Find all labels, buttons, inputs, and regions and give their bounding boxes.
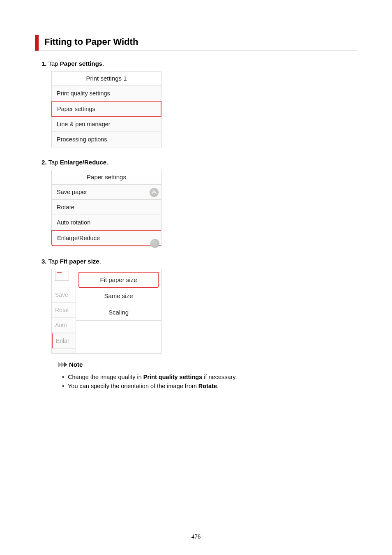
step-3-pre: Tap	[48, 258, 60, 265]
note-2-post: .	[217, 383, 219, 389]
under-rotate: Rotat	[52, 303, 76, 318]
under-save: Save	[52, 287, 76, 303]
step-1-bold: Paper settings	[60, 60, 102, 67]
screenshot3-underlay: Save Rotat Auto Enlar	[52, 269, 76, 353]
step-3: 3. Tap Fit paper size. Save Rotat Auto E…	[42, 258, 357, 391]
note-item-2: You can specify the orientation of the i…	[62, 382, 357, 391]
page-number: 476	[0, 533, 392, 540]
row-processing-options[interactable]: Processing options	[52, 132, 161, 147]
popup-fit-paper-size[interactable]: Fit paper size	[78, 272, 159, 288]
chevron-icon	[64, 362, 67, 368]
under-enlarge: Enlar	[52, 333, 76, 349]
step-3-post: .	[99, 258, 101, 265]
step-3-number: 3.	[42, 258, 47, 265]
row-print-quality-settings[interactable]: Print quality settings	[52, 86, 161, 101]
screenshot-fit-paper-size: Save Rotat Auto Enlar Fit paper size Sam…	[51, 269, 161, 354]
note-2-pre: You can specify the orientation of the i…	[68, 383, 198, 389]
step-2-text: 2. Tap Enlarge/Reduce.	[42, 159, 357, 166]
popup-scaling[interactable]: Scaling	[76, 304, 161, 321]
step-1-number: 1.	[42, 60, 47, 67]
note-2-bold: Rotate	[198, 383, 217, 389]
note-block: Note Change the image quality in Print q…	[58, 361, 357, 391]
step-2-bold: Enlarge/Reduce	[60, 159, 106, 166]
section-title-bar: Fitting to Paper Width	[35, 35, 357, 51]
note-title: Note	[69, 361, 83, 368]
step-3-text: 3. Tap Fit paper size.	[42, 258, 357, 265]
row-auto-rotation[interactable]: Auto rotation	[52, 215, 161, 230]
screenshot1-header: Print settings 1	[52, 72, 161, 86]
scroll-down-icon[interactable]	[150, 239, 159, 248]
screenshot2-header: Paper settings	[52, 170, 161, 185]
thumbnail-icon	[55, 271, 69, 281]
step-1-post: .	[102, 60, 104, 67]
step-3-bold: Fit paper size	[60, 258, 99, 265]
screenshot-print-settings-1: Print settings 1 Print quality settings …	[51, 71, 161, 147]
note-1-pre: Change the image quality in	[68, 374, 143, 380]
scroll-up-icon[interactable]	[150, 188, 159, 197]
row-rotate[interactable]: Rotate	[52, 200, 161, 215]
step-1-text: 1. Tap Paper settings.	[42, 60, 357, 67]
popup-same-size[interactable]: Same size	[76, 288, 161, 304]
row-enlarge-reduce[interactable]: Enlarge/Reduce	[51, 230, 161, 246]
step-2: 2. Tap Enlarge/Reduce. Paper settings Sa…	[42, 159, 357, 246]
step-1-pre: Tap	[48, 60, 60, 67]
row-save-paper-label: Save paper	[57, 189, 87, 195]
row-line-pen-manager[interactable]: Line & pen manager	[52, 117, 161, 132]
screenshot-paper-settings: Paper settings Save paper Rotate Auto ro…	[51, 170, 161, 246]
step-2-number: 2.	[42, 159, 47, 166]
note-header: Note	[58, 361, 357, 369]
step-1: 1. Tap Paper settings. Print settings 1 …	[42, 60, 357, 147]
section-title: Fitting to Paper Width	[44, 37, 357, 47]
note-list: Change the image quality in Print qualit…	[62, 372, 357, 391]
note-item-1: Change the image quality in Print qualit…	[62, 372, 357, 382]
popup-menu: Fit paper size Same size Scaling	[76, 269, 161, 353]
step-2-pre: Tap	[48, 159, 60, 166]
step-2-post: .	[106, 159, 108, 166]
under-auto: Auto	[52, 318, 76, 333]
row-paper-settings[interactable]: Paper settings	[51, 101, 161, 117]
row-save-paper[interactable]: Save paper	[52, 185, 161, 200]
note-chevrons-icon	[58, 362, 67, 368]
under-thumb	[52, 269, 76, 287]
note-1-post: if necessary.	[202, 374, 237, 380]
row-enlarge-reduce-label: Enlarge/Reduce	[57, 235, 100, 241]
note-1-bold: Print quality settings	[143, 374, 202, 380]
